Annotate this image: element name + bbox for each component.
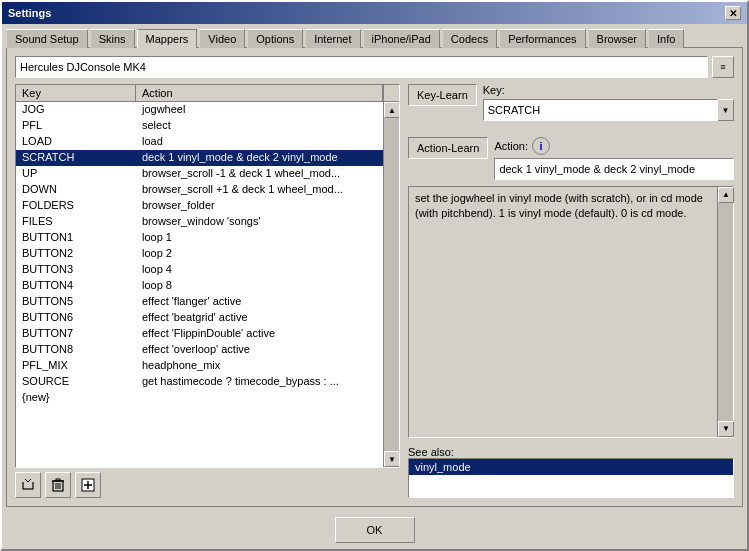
tab-iphone[interactable]: iPhone/iPad bbox=[363, 29, 440, 48]
key-dropdown-arrow[interactable]: ▼ bbox=[718, 99, 734, 121]
table-scrollbar[interactable]: ▲ ▼ bbox=[383, 102, 399, 467]
action-learn-button[interactable]: Action-Learn bbox=[408, 137, 488, 159]
delete-button[interactable] bbox=[45, 472, 71, 498]
key-label: Key: bbox=[483, 84, 734, 96]
main-row: Key Action JOG jogwheel PFL sel bbox=[15, 84, 734, 498]
see-also-item[interactable]: vinyl_mode bbox=[409, 459, 733, 475]
svg-rect-4 bbox=[56, 479, 60, 481]
key-section: Key-Learn Key: SCRATCH ▼ bbox=[408, 84, 734, 121]
table-row[interactable]: BUTTON5 effect 'flanger' active bbox=[16, 294, 383, 310]
action-section: Action-Learn Action: i bbox=[408, 137, 734, 180]
tab-performances[interactable]: Performances bbox=[499, 29, 585, 48]
action-label: Action: bbox=[494, 140, 528, 152]
table-row[interactable]: BUTTON1 loop 1 bbox=[16, 230, 383, 246]
table-row[interactable]: BUTTON6 effect 'beatgrid' active bbox=[16, 310, 383, 326]
spacer bbox=[408, 127, 734, 131]
delete-icon bbox=[52, 478, 64, 492]
see-also-label: See also: bbox=[408, 446, 734, 458]
table-row[interactable]: LOAD load bbox=[16, 134, 383, 150]
scroll-down-button[interactable]: ▼ bbox=[384, 451, 399, 467]
settings-window: Settings ✕ Sound Setup Skins Mappers Vid… bbox=[0, 0, 749, 551]
table-row[interactable]: FOLDERS browser_folder bbox=[16, 198, 383, 214]
tab-options[interactable]: Options bbox=[247, 29, 303, 48]
see-also-section: See also: vinyl_mode bbox=[408, 444, 734, 498]
device-row: Hercules DJConsole MK4 ≡ bbox=[15, 56, 734, 78]
table-scroll[interactable]: JOG jogwheel PFL select LOAD load bbox=[16, 102, 383, 467]
key-right: Key: SCRATCH ▼ bbox=[483, 84, 734, 121]
tab-codecs[interactable]: Codecs bbox=[442, 29, 497, 48]
add-button[interactable] bbox=[75, 472, 101, 498]
tab-internet[interactable]: Internet bbox=[305, 29, 360, 48]
desc-scroll-up[interactable]: ▲ bbox=[718, 187, 734, 203]
action-input[interactable] bbox=[494, 158, 734, 180]
key-action-table: Key Action JOG jogwheel PFL sel bbox=[15, 84, 400, 468]
table-row[interactable]: BUTTON3 loop 4 bbox=[16, 262, 383, 278]
right-panel: Key-Learn Key: SCRATCH ▼ bbox=[408, 84, 734, 498]
bottom-buttons bbox=[15, 472, 400, 498]
device-dropdown[interactable]: Hercules DJConsole MK4 bbox=[15, 56, 708, 78]
tab-sound-setup[interactable]: Sound Setup bbox=[6, 29, 88, 48]
description-box: set the jogwheel in vinyl mode (with scr… bbox=[408, 186, 734, 438]
reset-icon bbox=[21, 478, 35, 492]
tab-video[interactable]: Video bbox=[199, 29, 245, 48]
key-dropdown[interactable]: SCRATCH bbox=[483, 99, 718, 121]
description-scrollbar[interactable]: ▲ ▼ bbox=[717, 187, 733, 437]
scroll-track[interactable] bbox=[384, 118, 399, 451]
tab-mappers[interactable]: Mappers bbox=[137, 29, 198, 48]
table-row[interactable]: UP browser_scroll -1 & deck 1 wheel_mod.… bbox=[16, 166, 383, 182]
close-button[interactable]: ✕ bbox=[725, 6, 741, 20]
table-row[interactable]: BUTTON8 effect 'overloop' active bbox=[16, 342, 383, 358]
desc-scroll-down[interactable]: ▼ bbox=[718, 421, 734, 437]
tab-skins[interactable]: Skins bbox=[90, 29, 135, 48]
left-panel: Key Action JOG jogwheel PFL sel bbox=[15, 84, 400, 498]
scroll-up-button[interactable]: ▲ bbox=[384, 102, 399, 118]
key-dropdown-wrapper: SCRATCH ▼ bbox=[483, 99, 734, 121]
add-icon bbox=[81, 478, 95, 492]
device-list-button[interactable]: ≡ bbox=[712, 56, 734, 78]
description-text: set the jogwheel in vinyl mode (with scr… bbox=[415, 191, 727, 222]
reset-button[interactable] bbox=[15, 472, 41, 498]
header-action: Action bbox=[136, 85, 383, 101]
table-row-new[interactable]: {new} bbox=[16, 390, 383, 406]
info-button[interactable]: i bbox=[532, 137, 550, 155]
desc-scroll-track[interactable] bbox=[718, 203, 733, 421]
ok-button[interactable]: OK bbox=[335, 517, 415, 543]
table-row[interactable]: PFL_MIX headphone_mix bbox=[16, 358, 383, 374]
header-key: Key bbox=[16, 85, 136, 101]
table-row[interactable]: JOG jogwheel bbox=[16, 102, 383, 118]
footer: OK bbox=[2, 511, 747, 549]
content-area: Hercules DJConsole MK4 ≡ Key Action bbox=[6, 47, 743, 507]
action-label-row: Action: i bbox=[494, 137, 734, 155]
tab-info[interactable]: Info bbox=[648, 29, 684, 48]
tab-browser[interactable]: Browser bbox=[588, 29, 646, 48]
tab-bar: Sound Setup Skins Mappers Video Options … bbox=[2, 24, 747, 47]
table-row[interactable]: SOURCE get hastimecode ? timecode_bypass… bbox=[16, 374, 383, 390]
window-title: Settings bbox=[8, 7, 51, 19]
table-row-scratch[interactable]: SCRATCH deck 1 vinyl_mode & deck 2 vinyl… bbox=[16, 150, 383, 166]
table-row[interactable]: BUTTON7 effect 'FlippinDouble' active bbox=[16, 326, 383, 342]
table-row[interactable]: PFL select bbox=[16, 118, 383, 134]
table-row[interactable]: BUTTON4 loop 8 bbox=[16, 278, 383, 294]
see-also-list: vinyl_mode bbox=[408, 458, 734, 498]
title-bar: Settings ✕ bbox=[2, 2, 747, 24]
table-row[interactable]: FILES browser_window 'songs' bbox=[16, 214, 383, 230]
table-row[interactable]: DOWN browser_scroll +1 & deck 1 wheel_mo… bbox=[16, 182, 383, 198]
action-right: Action: i bbox=[494, 137, 734, 180]
key-learn-button[interactable]: Key-Learn bbox=[408, 84, 477, 106]
table-header: Key Action bbox=[16, 85, 399, 102]
table-row[interactable]: BUTTON2 loop 2 bbox=[16, 246, 383, 262]
